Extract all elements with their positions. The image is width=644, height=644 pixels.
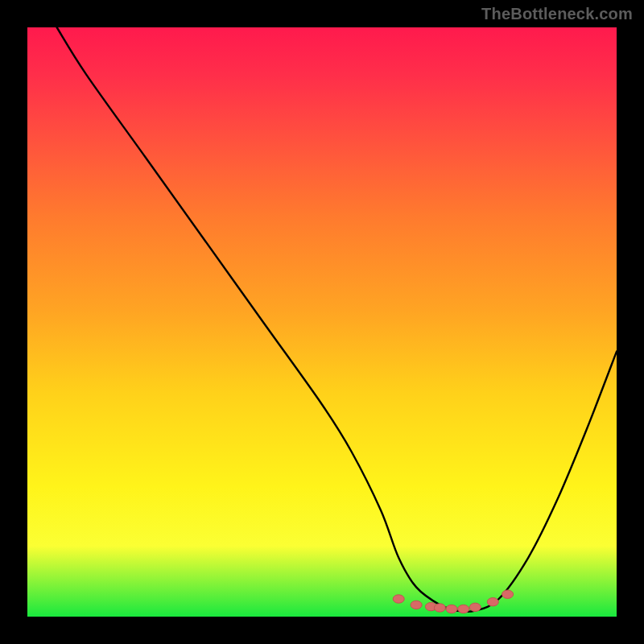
marker-dot <box>487 598 498 606</box>
plot-area <box>27 27 617 617</box>
marker-dot <box>458 605 469 613</box>
marker-dot <box>393 595 404 603</box>
marker-dot <box>411 601 422 609</box>
bottleneck-curve <box>57 27 617 612</box>
marker-dot <box>469 603 481 611</box>
marker-dot <box>434 604 445 612</box>
watermark-label: TheBottleneck.com <box>481 5 633 23</box>
marker-cluster <box>393 590 513 613</box>
marker-dot <box>502 590 514 598</box>
marker-dot <box>446 605 457 613</box>
chart-stage: TheBottleneck.com <box>0 0 644 644</box>
curve-layer <box>27 27 617 617</box>
